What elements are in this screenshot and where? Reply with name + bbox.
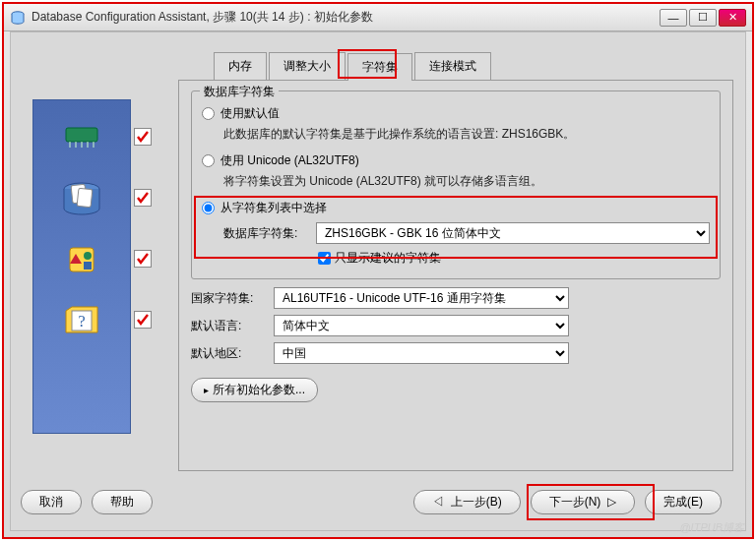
all-init-params-button[interactable]: 所有初始化参数... xyxy=(191,378,318,402)
window-title: Database Configuration Assistant, 步骤 10(… xyxy=(32,9,660,26)
radio-use-default-label: 使用默认值 xyxy=(220,105,280,122)
tab-memory[interactable]: 内存 xyxy=(214,52,267,80)
step-icon-storage xyxy=(33,175,130,222)
national-charset-label: 国家字符集: xyxy=(191,290,274,307)
step-icon-options xyxy=(33,236,130,283)
step-icon-memory xyxy=(33,114,130,161)
group-db-charset: 数据库字符集 使用默认值 此数据库的默认字符集是基于此操作系统的语言设置: ZH… xyxy=(191,90,721,279)
finish-button[interactable]: 完成(E) xyxy=(645,490,722,514)
help-button[interactable]: 帮助 xyxy=(92,490,153,514)
tabs: 内存 调整大小 字符集 连接模式 xyxy=(214,52,733,80)
national-charset-select[interactable]: AL16UTF16 - Unicode UTF-16 通用字符集 xyxy=(274,287,569,309)
cancel-button[interactable]: 取消 xyxy=(21,490,82,514)
desc-default: 此数据库的默认字符集是基于此操作系统的语言设置: ZHS16GBK。 xyxy=(223,126,710,143)
next-button[interactable]: 下一步(N) ▷ xyxy=(531,490,635,514)
step-check-icon xyxy=(134,189,152,207)
step-check-icon xyxy=(134,250,152,268)
step-check-icon xyxy=(134,128,152,146)
panel-charset: 数据库字符集 使用默认值 此数据库的默认字符集是基于此操作系统的语言设置: ZH… xyxy=(178,80,733,471)
only-recommended-label: 只显示建议的字符集 xyxy=(335,250,441,267)
default-region-select[interactable]: 中国 xyxy=(274,342,569,364)
tab-connection[interactable]: 连接模式 xyxy=(414,52,491,80)
db-charset-label: 数据库字符集: xyxy=(223,225,316,242)
radio-from-list[interactable] xyxy=(202,202,215,214)
svg-point-12 xyxy=(84,252,92,260)
watermark: @ITPUB博客 xyxy=(679,520,744,535)
default-language-label: 默认语言: xyxy=(191,318,274,334)
radio-use-unicode[interactable] xyxy=(202,154,215,167)
default-language-select[interactable]: 简体中文 xyxy=(274,315,569,336)
wizard-sidebar: ? xyxy=(32,99,131,434)
step-icon-help: ? xyxy=(33,297,130,344)
step-check-icon xyxy=(134,311,152,329)
svg-rect-1 xyxy=(66,128,97,142)
maximize-button[interactable]: ☐ xyxy=(689,9,717,27)
default-region-label: 默认地区: xyxy=(191,345,274,362)
svg-rect-9 xyxy=(77,188,93,207)
group-title: 数据库字符集 xyxy=(200,84,279,100)
tab-sizing[interactable]: 调整大小 xyxy=(269,52,346,80)
radio-from-list-label: 从字符集列表中选择 xyxy=(220,200,327,216)
svg-rect-13 xyxy=(84,262,92,270)
db-charset-select[interactable]: ZHS16GBK - GBK 16 位简体中文 xyxy=(316,222,710,244)
radio-use-default[interactable] xyxy=(202,107,215,120)
close-button[interactable]: ✕ xyxy=(719,9,746,27)
svg-text:?: ? xyxy=(78,313,85,330)
desc-unicode: 将字符集设置为 Unicode (AL32UTF8) 就可以存储多语言组。 xyxy=(223,173,710,190)
minimize-button[interactable]: — xyxy=(660,9,687,27)
app-icon xyxy=(10,10,26,26)
only-recommended-checkbox[interactable] xyxy=(318,252,331,265)
back-button[interactable]: ◁ 上一步(B) xyxy=(413,490,521,514)
tab-charset[interactable]: 字符集 xyxy=(347,53,412,81)
radio-use-unicode-label: 使用 Unicode (AL32UTF8) xyxy=(220,152,359,169)
